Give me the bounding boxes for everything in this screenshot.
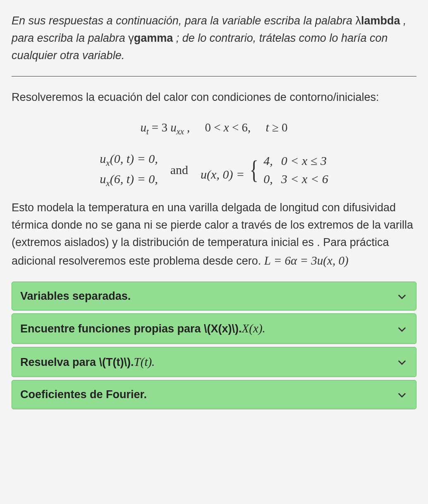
accordion-math: X(x). [242,322,265,335]
bc-ic-equations: ux(0, t) = 0, ux(6, t) = 0, and u(x, 0) … [12,150,416,189]
gamma-word: gamma [134,32,173,44]
explanation-text: Esto modela la temperatura en una varill… [12,201,413,267]
trailing-math: L = 6α = 3u(x, 0) [264,254,349,267]
accordion-math: T(t). [134,355,155,368]
accordion-raw: \(T(t)\). [99,356,134,368]
accordion-group: Variables separadas. Encuentre funciones… [12,282,416,409]
chevron-down-icon [396,389,408,400]
initial-condition: u(x, 0) = { 4,0 < x ≤ 3 0,3 < x < 6 [201,152,328,188]
instr-part1: En sus respuestas a continuación, para l… [12,14,356,27]
chevron-down-icon [396,356,408,368]
accordion-label: Coeficientes de Fourier. [20,388,147,401]
gamma-symbol: γ [128,32,134,44]
accordion-variables-separadas[interactable]: Variables separadas. [12,282,416,311]
instructions-text: En sus respuestas a continuación, para l… [12,12,416,64]
accordion-label: Variables separadas. [20,290,131,302]
boundary-conditions: ux(0, t) = 0, ux(6, t) = 0, [100,150,158,189]
intro-text: Resolveremos la ecuación del calor con c… [12,89,416,106]
and-connector: and [170,160,188,179]
chevron-down-icon [396,290,408,302]
accordion-label: Resuelva para [20,356,99,368]
accordion-raw: \(X(x)\). [204,322,242,335]
lambda-word: lambda [361,14,400,27]
accordion-coeficientes-fourier[interactable]: Coeficientes de Fourier. [12,380,416,409]
accordion-resuelva-t[interactable]: Resuelva para \(T(t)\).T(t). [12,347,416,377]
pde-equation: ut = 3 uxx , 0 < x < 6, t ≥ 0 [12,118,416,138]
explanation-paragraph: Esto modela la temperatura en una varill… [12,199,416,270]
chevron-down-icon [396,323,408,334]
accordion-funciones-propias[interactable]: Encuentre funciones propias para \(X(x)\… [12,313,416,344]
accordion-label: Encuentre funciones propias para [20,322,204,335]
lambda-symbol: λ [356,14,361,27]
horizontal-rule [12,76,416,76]
